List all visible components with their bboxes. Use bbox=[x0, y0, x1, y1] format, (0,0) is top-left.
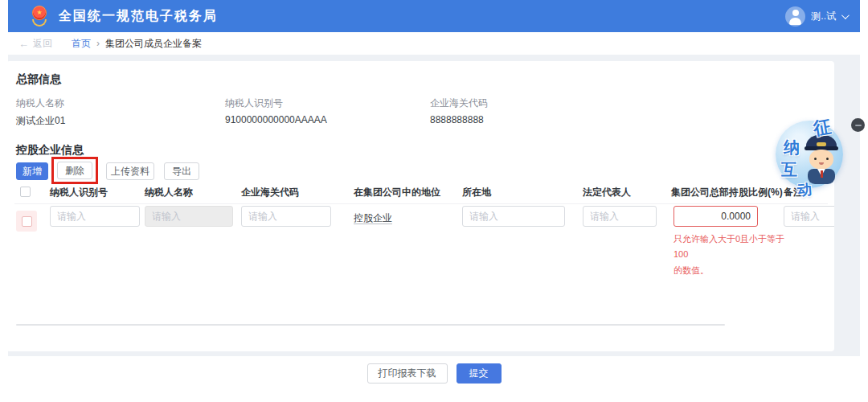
red-annotation-box: 删除 bbox=[51, 157, 98, 184]
taxpayer-name-value: 测试企业01 bbox=[16, 114, 65, 128]
back-button[interactable]: 返回 bbox=[33, 37, 52, 51]
app-header: ★ 全国统一规范电子税务局 测..试 bbox=[8, 0, 860, 32]
upload-button[interactable]: 上传资料 bbox=[106, 162, 154, 180]
taxpayer-name-label: 纳税人名称 bbox=[16, 96, 64, 110]
mascot-char-2: 纳 bbox=[784, 137, 800, 158]
table-header-divider bbox=[14, 203, 828, 204]
taxpayer-name-input bbox=[145, 206, 233, 227]
mascot-char-3: 互 bbox=[781, 159, 797, 181]
hq-section-title: 总部信息 bbox=[16, 72, 61, 87]
share-ratio-input[interactable] bbox=[674, 206, 758, 227]
col-taxpayer-id: 纳税人识别号 bbox=[50, 186, 108, 199]
user-name: 测..试 bbox=[811, 10, 836, 23]
sidebar-collapse-toggle[interactable] bbox=[851, 118, 865, 132]
position-value: 控股企业 bbox=[354, 211, 392, 225]
taxpayer-id-label: 纳税人识别号 bbox=[225, 96, 283, 110]
customs-code-input[interactable] bbox=[241, 206, 331, 227]
footer-actions: 打印报表下载 提交 bbox=[0, 356, 868, 402]
export-button[interactable]: 导出 bbox=[164, 162, 199, 180]
user-menu[interactable]: 测..试 bbox=[785, 0, 847, 32]
taxpayer-id-input[interactable] bbox=[50, 206, 140, 227]
col-share-ratio: 集团公司总部持股比例(%) bbox=[671, 186, 783, 199]
holding-section-title: 控股企业信息 bbox=[16, 143, 84, 158]
col-location: 所在地 bbox=[462, 186, 491, 199]
remarks-input[interactable] bbox=[784, 206, 834, 227]
interaction-mascot-widget[interactable]: 征 纳 互 动 bbox=[768, 113, 854, 198]
submit-button[interactable]: 提交 bbox=[457, 363, 502, 384]
mascot-char-1: 征 bbox=[812, 114, 833, 141]
customs-code-value: 8888888888 bbox=[430, 114, 484, 125]
add-button[interactable]: 新增 bbox=[16, 162, 48, 180]
main-card: 总部信息 纳税人名称 纳税人识别号 企业海关代码 测试企业01 91000000… bbox=[6, 61, 834, 351]
col-customs-code: 企业海关代码 bbox=[241, 186, 299, 199]
select-all-checkbox[interactable] bbox=[20, 187, 31, 197]
breadcrumb-separator: › bbox=[96, 38, 100, 49]
col-taxpayer-name: 纳税人名称 bbox=[145, 186, 193, 199]
taxpayer-id-value: 9100000000000AAAAA bbox=[225, 114, 327, 125]
mascot-char-4: 动 bbox=[796, 179, 813, 199]
print-report-download-button[interactable]: 打印报表下载 bbox=[367, 363, 448, 384]
row-checkbox[interactable] bbox=[22, 216, 32, 227]
tax-bureau-logo-icon: ★ bbox=[29, 5, 50, 27]
breadcrumb-current: 集团公司成员企业备案 bbox=[105, 37, 202, 51]
chevron-down-icon bbox=[841, 11, 850, 19]
breadcrumb: ← 返回 首页 › 集团公司成员企业备案 bbox=[8, 32, 860, 55]
breadcrumb-home[interactable]: 首页 bbox=[72, 37, 91, 51]
ratio-error-message: 只允许输入大于0且小于等于100 的数值。 bbox=[674, 232, 798, 278]
back-arrow-icon[interactable]: ← bbox=[18, 38, 29, 50]
delete-button[interactable]: 删除 bbox=[57, 162, 92, 179]
legal-rep-input[interactable] bbox=[583, 206, 657, 227]
page: ★ 全国统一规范电子税务局 测..试 ← 返回 首页 › 集团公司成员企业备案 … bbox=[0, 0, 868, 402]
col-legal-rep: 法定代表人 bbox=[583, 186, 631, 199]
row-checkbox-highlight bbox=[16, 211, 37, 232]
user-avatar bbox=[785, 6, 805, 27]
col-position: 在集团公司中的地位 bbox=[354, 186, 440, 199]
content-divider bbox=[16, 324, 725, 326]
location-input[interactable] bbox=[462, 206, 565, 227]
app-title: 全国统一规范电子税务局 bbox=[59, 8, 218, 25]
customs-code-label: 企业海关代码 bbox=[430, 96, 488, 110]
